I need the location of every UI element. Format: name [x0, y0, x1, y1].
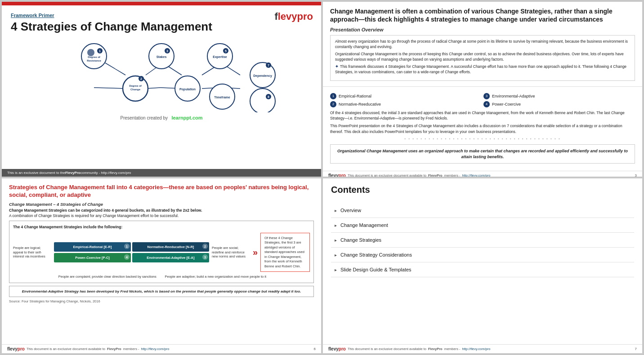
overview-para2: Organizational Change Management is the … [335, 52, 630, 62]
callout-box: Of these 4 Change Strategies, the first … [260, 233, 310, 272]
svg-text:Change: Change [130, 88, 141, 91]
svg-text:Dependency: Dependency [253, 74, 272, 78]
matrix-label: The 4 Change Management Strategies inclu… [13, 225, 310, 229]
strategy-label-3: Environmental-Adaptive [492, 94, 535, 98]
strategy-num-2: 2 [330, 101, 336, 107]
contents-label-change-strategies: Change Strategies [340, 237, 381, 243]
svg-text:Degree of: Degree of [129, 84, 142, 87]
svg-line-5 [94, 88, 125, 89]
slide-4-main-content: Contents ▸ Overview ▸ Change Management … [323, 178, 642, 344]
footer-link: http://flevy.com/pro [462, 173, 491, 177]
cell-num-4: 3 [202, 254, 208, 260]
overview-text-box: Almost every organization has to go thro… [330, 35, 635, 80]
matrix-bottom-right: People are adaptive; build a new organiz… [162, 275, 269, 279]
contents-title: Contents [331, 185, 634, 195]
contents-item-change-management: ▸ Change Management [331, 218, 634, 233]
red-accent-bar [2, 2, 321, 5]
strategy-item-3: 3 Environmental-Adaptive [483, 93, 635, 99]
svg-text:8: 8 [268, 95, 269, 98]
slide-4: Contents ▸ Overview ▸ Change Management … [323, 178, 642, 353]
svg-text:Expertise: Expertise [213, 55, 227, 59]
strategy-cells: 1 Empirical-Rational [E-R] 2 Normative-R… [54, 242, 209, 262]
flevypro-logo: flevypro [274, 11, 313, 22]
page-number-3: 6 [314, 347, 316, 351]
matrix-cell-2: 2 Normative-Reeducative [N-R] [132, 242, 209, 252]
footer-logo-4: flevypro [328, 346, 346, 351]
body-text-2: This PowerPoint presentation on the 4 St… [330, 123, 635, 134]
strategy-num-3: 3 [483, 93, 490, 99]
presentation-created: Presentation created by learnppt.com [11, 112, 312, 122]
slide-2-content: 1 Empirical-Rational 3 Environmental-Ada… [323, 87, 642, 171]
slide-1-main-content: flevypro Framework Primer 4 Strategies o… [2, 5, 321, 169]
svg-text:Stakes: Stakes [157, 55, 167, 58]
page-number: 3 [635, 173, 637, 177]
strategy-label-2: Normative-Reeducative [339, 102, 381, 106]
slide-3-body-normal: A combination of Change Strategies is re… [9, 213, 314, 218]
flevy-text: flevy [274, 11, 297, 22]
contents-item-overview: ▸ Overview [331, 203, 634, 218]
matrix-bottom-left: People are complaint; provide clear dire… [54, 275, 161, 279]
cell-num-1: 1 [124, 244, 130, 249]
svg-point-11 [87, 49, 94, 56]
overview-para1: Almost every organization has to go thro… [335, 39, 630, 50]
bullet-icon-2: ▸ [335, 223, 337, 228]
slide-3-subtitle: Change Management – 4 Strategies of Chan… [9, 202, 314, 207]
bullet-icon: ▸ [335, 208, 337, 213]
footer-link-4: http://flevy.com/pro [462, 347, 491, 351]
pro-text: pro [297, 11, 313, 22]
learnppt-logo: learnppt.com [171, 115, 202, 120]
slide-3-main-content: Strategies of Change Management fall int… [2, 178, 321, 344]
slide-2-footer: flevypro This document is an exclusive d… [323, 171, 642, 177]
contents-item-change-strategies: ▸ Change Strategies [331, 233, 634, 248]
slide-1-title: 4 Strategies of Change Management [11, 20, 312, 34]
diagram-svg: Degree of Resistance 1 Stakes 3 Expertis… [42, 38, 281, 112]
matrix-left-top-text: People are logical; appeal to their self… [13, 246, 51, 259]
contents-label-overview: Overview [340, 208, 361, 213]
slide-4-footer: flevypro This document is an exclusive d… [323, 344, 642, 353]
italic-note-box: Environmental-Adaptive Strategy has been… [9, 286, 314, 297]
contents-label-slide-design: Slide Design Guide & Templates [340, 267, 411, 272]
page-number-4: 7 [635, 347, 637, 351]
slide-3-body-bold: Change Management Strategies can be cate… [9, 208, 314, 213]
svg-text:2: 2 [140, 77, 142, 80]
svg-point-37 [250, 89, 275, 112]
slide-3-footer: flevypro This document is an exclusive d… [2, 344, 321, 353]
body-text-1: Of the 4 strategies discussed, the initi… [330, 110, 635, 121]
source-citation: Source: Four Strategies for Managing Cha… [9, 299, 314, 303]
cell-num-2: 2 [202, 244, 208, 249]
strategy-item-1: 1 Empirical-Rational [330, 93, 482, 99]
strategies-grid: 1 Empirical-Rational 3 Environmental-Ada… [330, 93, 635, 107]
matrix-right-top-text: People are social; redefine and reinforc… [212, 246, 250, 259]
slide-2: Change Management is often a combination… [323, 2, 642, 177]
footer-logo: flevypro [328, 173, 346, 177]
strategy-item-2: 2 Normative-Reeducative [330, 101, 482, 107]
overview-para3: ✦This framework discusses 4 Strategies f… [335, 64, 630, 75]
strategy-label-1: Empirical-Rational [339, 94, 371, 98]
contents-item-considerations: ▸ Change Strategy Considerations [331, 248, 634, 262]
svg-text:7: 7 [268, 64, 269, 67]
bullet-icon-5: ▸ [335, 267, 337, 272]
arrow-right-icon: » [253, 247, 258, 257]
footer-link-3: http://flevy.com/pro [141, 347, 170, 351]
italic-quote-box: Organizational Change Management uses an… [330, 144, 635, 164]
slide-1: flevypro Framework Primer 4 Strategies o… [2, 2, 321, 177]
contents-item-slide-design: ▸ Slide Design Guide & Templates [331, 262, 634, 277]
matrix-cell-4: 3 Environmental-Adaptive [E-A] [132, 253, 209, 262]
slide-2-header: Change Management is often a combination… [323, 2, 642, 87]
svg-text:3: 3 [166, 49, 168, 53]
strategy-label-4: Power-Coercive [492, 102, 521, 106]
bullet-icon-4: ▸ [335, 253, 337, 257]
framework-primer-label: Framework Primer [11, 13, 312, 18]
strategy-diagram: Degree of Resistance 1 Stakes 3 Expertis… [11, 38, 312, 112]
slide-2-main-title: Change Management is often a combination… [330, 7, 635, 23]
strategy-matrix: The 4 Change Management Strategies inclu… [9, 221, 314, 283]
contents-list: ▸ Overview ▸ Change Management ▸ Change … [331, 203, 634, 277]
strategy-num-1: 1 [330, 93, 336, 99]
svg-text:Resistance: Resistance [87, 59, 101, 62]
svg-text:1: 1 [99, 49, 101, 53]
slide-2-section-label: Presentation Overview [330, 27, 635, 32]
strategy-num-4: 4 [483, 101, 490, 107]
contents-label-change-management: Change Management [340, 222, 388, 228]
slide-3: Strategies of Change Management fall int… [2, 178, 321, 353]
slide-3-title: Strategies of Change Management fall int… [9, 184, 314, 199]
